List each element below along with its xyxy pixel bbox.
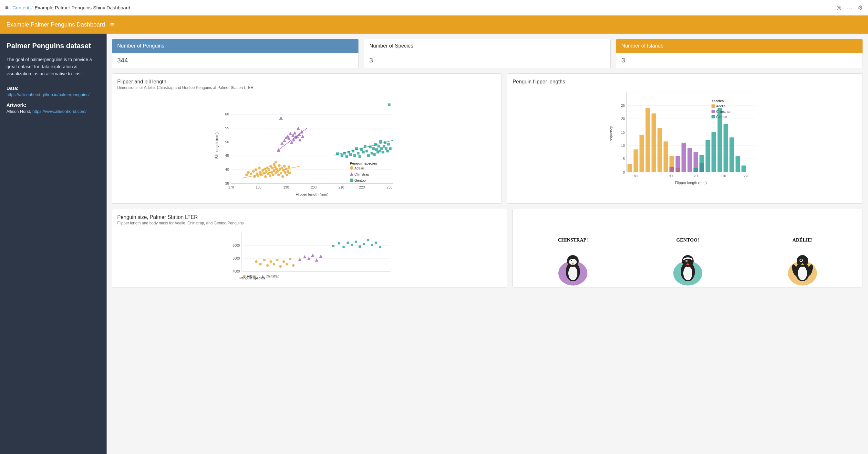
svg-point-36 bbox=[264, 175, 267, 178]
svg-rect-164 bbox=[687, 148, 692, 172]
svg-point-66 bbox=[275, 161, 277, 164]
gentoo-penguin: GENTOO! bbox=[630, 237, 745, 287]
svg-text:180: 180 bbox=[256, 185, 261, 189]
svg-text:180: 180 bbox=[632, 174, 638, 178]
svg-point-24 bbox=[250, 172, 252, 175]
svg-line-87 bbox=[278, 129, 307, 151]
sidebar-data-link[interactable]: https://allisonhorst.github.io/palmerpen… bbox=[6, 92, 100, 97]
sidebar-data-label: Data: bbox=[6, 85, 100, 91]
svg-marker-78 bbox=[293, 131, 297, 135]
svg-point-200 bbox=[289, 258, 291, 260]
svg-point-227 bbox=[568, 266, 578, 280]
appbar-menu-icon[interactable]: ≡ bbox=[110, 21, 114, 28]
topbar: ≡ Content / Example Palmer Penguins Shin… bbox=[0, 0, 868, 16]
svg-text:Penguin species: Penguin species bbox=[240, 277, 265, 280]
svg-point-45 bbox=[272, 173, 275, 176]
svg-point-238 bbox=[686, 261, 687, 262]
svg-rect-212 bbox=[351, 244, 353, 246]
svg-text:210: 210 bbox=[338, 185, 344, 189]
svg-marker-85 bbox=[301, 135, 305, 138]
svg-rect-107 bbox=[373, 153, 376, 156]
svg-point-25 bbox=[252, 170, 255, 173]
dots-icon[interactable]: ⋯ bbox=[847, 4, 852, 11]
gear-icon[interactable]: ⚙ bbox=[858, 4, 863, 11]
svg-rect-213 bbox=[355, 240, 357, 243]
svg-rect-173 bbox=[730, 137, 734, 172]
svg-point-35 bbox=[264, 168, 267, 170]
svg-text:20: 20 bbox=[621, 117, 625, 121]
svg-text:190: 190 bbox=[283, 185, 289, 189]
svg-text:45: 45 bbox=[225, 153, 229, 158]
svg-text:10: 10 bbox=[621, 144, 625, 147]
svg-point-58 bbox=[283, 165, 286, 168]
scatter-svg: 38 40 45 50 55 60 170 180 190 200 210 22… bbox=[117, 94, 496, 197]
gentoo-label: GENTOO! bbox=[630, 237, 745, 243]
svg-text:Gentoo: Gentoo bbox=[354, 178, 366, 182]
svg-rect-179 bbox=[712, 110, 715, 113]
svg-text:6000: 6000 bbox=[232, 244, 240, 247]
stat-cards-row: Number of Penguins 344 Number of Species… bbox=[112, 39, 863, 68]
svg-point-22 bbox=[245, 173, 248, 176]
hamburger-icon[interactable]: ≡ bbox=[5, 4, 9, 11]
svg-rect-174 bbox=[736, 156, 740, 172]
svg-marker-206 bbox=[315, 258, 318, 262]
svg-point-40 bbox=[268, 168, 271, 171]
svg-rect-214 bbox=[359, 246, 361, 248]
svg-point-59 bbox=[284, 171, 287, 174]
species-card-header: Number of Species bbox=[364, 39, 611, 53]
svg-rect-106 bbox=[372, 147, 375, 150]
svg-rect-122 bbox=[389, 147, 392, 150]
sidebar-title: Palmer Penguins dataset bbox=[6, 41, 100, 51]
svg-marker-207 bbox=[319, 254, 322, 258]
svg-rect-121 bbox=[388, 104, 391, 106]
sidebar-artwork-text: Allison Horst, https://www.allisonhorst.… bbox=[6, 109, 100, 114]
svg-point-55 bbox=[281, 167, 283, 169]
svg-point-197 bbox=[279, 265, 282, 268]
breadcrumb-link[interactable]: Content bbox=[12, 5, 30, 10]
islands-card-value: 3 bbox=[616, 53, 863, 68]
svg-rect-210 bbox=[343, 246, 345, 248]
main-layout: Palmer Penguins dataset The goal of palm… bbox=[0, 34, 868, 454]
sidebar-artwork-link[interactable]: https://www.allisonhorst.com/ bbox=[32, 109, 87, 114]
svg-text:50: 50 bbox=[225, 140, 229, 144]
svg-rect-124 bbox=[350, 166, 353, 170]
breadcrumb-current: Example Palmer Penguins Shiny Dashboard bbox=[35, 5, 130, 10]
svg-text:25: 25 bbox=[621, 104, 625, 107]
svg-marker-86 bbox=[279, 116, 283, 120]
svg-point-41 bbox=[269, 175, 272, 177]
sidebar-description: The goal of palmerpenguins is to provide… bbox=[6, 56, 100, 78]
stat-card-species: Number of Species 3 bbox=[364, 39, 611, 68]
scatter-chart-box: Flipper and bill length Dimensions for A… bbox=[112, 74, 502, 204]
bottom-row: Penguin size, Palmer Station LTER Flippe… bbox=[112, 209, 863, 287]
svg-point-192 bbox=[263, 259, 266, 261]
svg-text:220: 220 bbox=[359, 185, 365, 189]
svg-rect-89 bbox=[341, 154, 344, 157]
svg-rect-219 bbox=[379, 246, 381, 248]
svg-rect-216 bbox=[367, 239, 369, 241]
target-icon[interactable]: ◎ bbox=[836, 4, 841, 11]
svg-text:Frequency: Frequency bbox=[609, 126, 613, 144]
svg-text:5000: 5000 bbox=[232, 257, 240, 260]
svg-text:170: 170 bbox=[228, 185, 234, 189]
species-card-value: 3 bbox=[364, 53, 611, 68]
svg-rect-177 bbox=[712, 105, 715, 108]
svg-rect-128 bbox=[350, 178, 353, 182]
histogram-title: Penguin flipper lengths bbox=[513, 79, 857, 85]
svg-rect-211 bbox=[347, 242, 349, 244]
svg-text:Chinstrap: Chinstrap bbox=[266, 275, 280, 278]
svg-point-63 bbox=[287, 166, 290, 168]
svg-point-196 bbox=[276, 259, 279, 261]
svg-point-44 bbox=[271, 167, 274, 169]
svg-rect-116 bbox=[383, 145, 385, 148]
chinstrap-penguin: CHINSTRAP! bbox=[516, 237, 630, 287]
svg-rect-157 bbox=[658, 128, 662, 172]
svg-text:Adelie: Adelie bbox=[716, 105, 725, 108]
svg-point-193 bbox=[267, 264, 269, 267]
svg-rect-100 bbox=[362, 151, 365, 153]
stat-card-penguins: Number of Penguins 344 bbox=[112, 39, 359, 68]
app-title: Example Palmer Penguins Dashboard bbox=[6, 21, 105, 28]
breadcrumb-separator: / bbox=[31, 5, 33, 10]
svg-text:Flipper length (mm): Flipper length (mm) bbox=[296, 192, 329, 196]
penguins-card-value: 344 bbox=[112, 53, 359, 68]
svg-rect-91 bbox=[345, 155, 348, 158]
